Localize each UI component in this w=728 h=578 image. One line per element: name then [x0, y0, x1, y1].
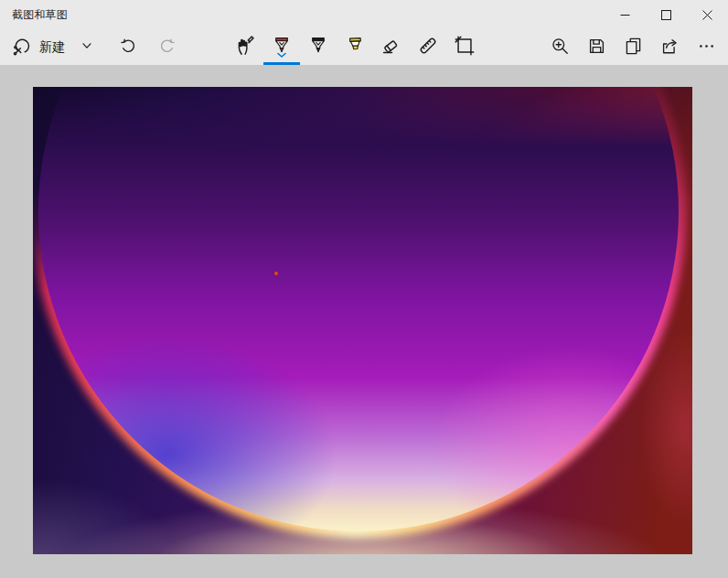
more-button[interactable] — [688, 29, 724, 65]
copy-icon — [623, 29, 644, 65]
undo-icon — [119, 37, 138, 59]
pencil-icon — [306, 29, 330, 65]
eraser-icon — [380, 29, 403, 65]
redo-button[interactable] — [150, 33, 183, 62]
snip-sketch-window: 截图和草图 — [0, 0, 728, 578]
save-icon — [586, 29, 607, 65]
toolbar-right-group — [541, 29, 724, 65]
ruler-icon — [416, 29, 440, 65]
screenshot-image[interactable] — [33, 87, 692, 554]
copy-button[interactable] — [615, 29, 651, 65]
ellipsis-icon — [696, 29, 717, 65]
magnifier-plus-icon — [550, 29, 571, 65]
window-title: 截图和草图 — [0, 7, 68, 23]
highlighter-button[interactable] — [337, 29, 373, 65]
pencil-button[interactable] — [300, 29, 337, 65]
maximize-button[interactable] — [646, 0, 687, 29]
toolbar: 新建 — [0, 29, 728, 65]
window-controls — [605, 0, 728, 29]
close-icon — [702, 10, 712, 20]
ruler-button[interactable] — [410, 29, 446, 65]
undo-button[interactable] — [112, 33, 145, 62]
touch-writing-button[interactable] — [227, 29, 263, 65]
ballpoint-pen-button[interactable] — [263, 29, 300, 65]
maximize-icon — [661, 10, 671, 20]
snip-new-icon — [12, 36, 33, 59]
tool-options-chevron-icon — [277, 48, 287, 61]
toolbar-left-group: 新建 — [7, 29, 183, 65]
new-snip-label: 新建 — [39, 39, 65, 56]
crop-button[interactable] — [446, 29, 483, 65]
share-icon — [659, 29, 680, 65]
share-button[interactable] — [651, 29, 688, 65]
minimize-button[interactable] — [605, 0, 646, 29]
titlebar: 截图和草图 — [0, 0, 728, 29]
toolbar-tools-group — [227, 29, 483, 65]
touch-writing-icon — [233, 29, 257, 65]
pen-annotation-dot — [274, 272, 278, 275]
orb-interior — [38, 87, 679, 531]
redo-icon — [157, 37, 177, 59]
save-button[interactable] — [578, 29, 615, 65]
crop-icon — [453, 29, 476, 65]
new-snip-button[interactable]: 新建 — [7, 33, 70, 62]
minimize-icon — [620, 10, 630, 20]
chevron-down-icon — [80, 39, 93, 55]
highlighter-icon — [343, 29, 367, 65]
close-button[interactable] — [687, 0, 728, 29]
new-snip-dropdown-button[interactable] — [75, 33, 99, 62]
eraser-button[interactable] — [373, 29, 410, 65]
editing-canvas-area — [0, 65, 728, 578]
zoom-button[interactable] — [541, 29, 578, 65]
